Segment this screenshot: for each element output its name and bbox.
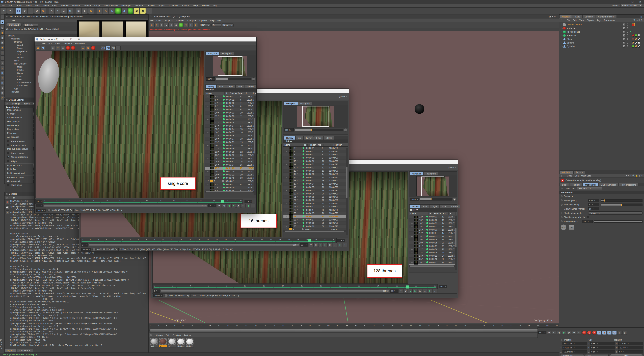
menu-item[interactable]: Edit bbox=[8, 4, 12, 7]
material-preview[interactable] bbox=[186, 338, 194, 345]
thread-counts-slider[interactable] bbox=[594, 220, 642, 223]
tab[interactable]: Filter bbox=[440, 205, 449, 208]
zoom-spinner[interactable]: 100 % bbox=[284, 128, 294, 131]
autokey-button[interactable]: () bbox=[587, 331, 592, 335]
menu-item[interactable]: Materials bbox=[176, 19, 184, 22]
maximize-button[interactable]: ❐ bbox=[628, 0, 636, 4]
current-frame-spinner[interactable]: 27 F bbox=[337, 239, 345, 242]
17 *[interactable]: 17 *00:00:04171280x720 bbox=[409, 232, 457, 235]
panel-grip[interactable] bbox=[36, 42, 38, 45]
lv-picture-icon[interactable]: ▦ bbox=[179, 23, 183, 27]
19 *[interactable]: 19 *00:00:05191280x720 bbox=[284, 189, 348, 192]
visibility-toggle[interactable] bbox=[623, 23, 626, 26]
pv-goto-end-button[interactable]: ⏭ bbox=[333, 243, 337, 247]
camera-icon[interactable]: ◉ bbox=[134, 8, 140, 14]
tab[interactable]: Info bbox=[421, 205, 429, 208]
pv3-frame-scrollbar[interactable]: 30 F▸ bbox=[161, 290, 389, 292]
material-icon[interactable]: ◐ bbox=[146, 8, 152, 14]
object-row[interactable]: └OctaneCamera⠇ bbox=[559, 23, 644, 27]
tab[interactable]: History bbox=[206, 85, 216, 88]
menu-item[interactable]: Script bbox=[193, 4, 198, 7]
dropdown[interactable]: None bbox=[222, 24, 234, 27]
14 *[interactable]: 14 *00:00:03141280x720 bbox=[409, 222, 457, 225]
material-preview[interactable] bbox=[150, 338, 158, 345]
checkbox[interactable] bbox=[7, 144, 10, 146]
tab[interactable]: C.O.F.F.E.E. bbox=[17, 349, 33, 352]
mouse-icon[interactable]: ☷ bbox=[0, 55, 5, 60]
undo-icon[interactable]: ↶ bbox=[1, 8, 7, 14]
object-manager-icons[interactable]: 🔍 ⌂ 👁 ⊞ bbox=[634, 19, 642, 21]
6 *[interactable]: 6 *00:00:0261280x720 bbox=[205, 98, 256, 101]
object-tag[interactable] bbox=[632, 34, 634, 37]
object-tag[interactable] bbox=[638, 42, 640, 44]
menu-item[interactable]: Function bbox=[172, 334, 181, 336]
coordinate-input[interactable]: 21.751 ° bbox=[618, 342, 643, 345]
menu-item[interactable]: Options bbox=[200, 19, 207, 22]
21 *[interactable]: 21 *00:00:07211280x720 bbox=[409, 245, 457, 248]
coord-system-icon[interactable]: ◍ bbox=[68, 8, 73, 14]
23 *[interactable]: 23 *00:00:32231280x720 bbox=[205, 154, 256, 157]
tab[interactable]: Info bbox=[296, 136, 304, 139]
sep[interactable] bbox=[76, 46, 80, 50]
20 *[interactable]: 20 *00:00:06201280x720 bbox=[284, 192, 348, 195]
sep[interactable] bbox=[46, 46, 50, 50]
material-swatch[interactable]: a2 bbox=[168, 338, 176, 347]
checkbox[interactable] bbox=[7, 184, 10, 186]
array-icon[interactable]: ▦ bbox=[0, 91, 5, 95]
navigator-thumbnail[interactable] bbox=[213, 56, 247, 76]
maximize-button[interactable]: ❐ bbox=[68, 37, 75, 42]
convert-icon[interactable]: ⇄ bbox=[0, 15, 5, 20]
environment-icon[interactable]: ▲ bbox=[128, 8, 133, 14]
material-preview-thumbnail[interactable] bbox=[126, 21, 146, 39]
download-button[interactable]: Download bbox=[6, 23, 22, 27]
deformer-icon[interactable]: ◆ bbox=[122, 8, 127, 14]
pv-sound-button[interactable]: ◗ bbox=[343, 243, 347, 247]
12 *[interactable]: 12 *00:00:02121280x720 bbox=[284, 166, 348, 169]
lock-workplane-icon[interactable]: ▤ bbox=[0, 71, 5, 75]
25 *[interactable]: 25 *00:00:47251280x720 bbox=[205, 160, 256, 163]
fullscreen-icon[interactable]: → bbox=[116, 46, 120, 50]
briefcase-icon[interactable]: ▢ bbox=[0, 96, 5, 100]
lv-bulb-icon[interactable]: ✸ bbox=[193, 23, 198, 27]
coordinate-input[interactable]: 63.005 cm bbox=[562, 346, 587, 349]
vertical-scrollbar[interactable] bbox=[455, 216, 457, 270]
user-icon[interactable]: ☻ bbox=[61, 46, 65, 50]
ab-horizontal-icon[interactable]: A|B bbox=[101, 46, 106, 50]
open-icon[interactable]: ⬓ bbox=[36, 46, 40, 50]
tab[interactable]: Filter bbox=[236, 85, 245, 88]
tab[interactable]: Thinlens bbox=[570, 183, 582, 187]
dropdown[interactable]: LDR bbox=[200, 24, 210, 27]
current-frame-spinner[interactable]: 27 F bbox=[244, 200, 252, 203]
visibility-toggle[interactable] bbox=[623, 45, 626, 48]
menu-item[interactable]: File bbox=[12, 197, 16, 199]
film-icon[interactable]: ▥ bbox=[0, 81, 5, 85]
pv-prev-frame-button[interactable]: ◀ bbox=[318, 243, 323, 247]
column-header[interactable]: Render Time bbox=[308, 143, 324, 146]
26 *[interactable]: 26 *00:01:04261280x720 bbox=[205, 163, 256, 166]
11 *[interactable]: 11 *00:00:02111280x720 bbox=[284, 163, 348, 166]
menu-item[interactable]: Mode bbox=[567, 174, 572, 177]
expander-icon[interactable]: ▾ bbox=[12, 63, 14, 65]
column-header[interactable]: Resolution bbox=[252, 92, 256, 95]
checkbox[interactable] bbox=[7, 156, 10, 158]
column-header[interactable]: R bbox=[303, 143, 308, 146]
key-scale-button[interactable]: ▣ bbox=[602, 331, 606, 335]
29 *[interactable]: 29 *00:02:22291280x720 bbox=[205, 173, 256, 176]
8 *[interactable]: 8 *00:00:0281280x720 bbox=[284, 153, 348, 156]
checkbox[interactable] bbox=[7, 140, 10, 142]
panel-grip[interactable] bbox=[561, 339, 562, 341]
size-mode-dropdown[interactable]: Size bbox=[585, 354, 608, 356]
loop2-button[interactable]: ⟳ bbox=[572, 331, 576, 335]
object-tag[interactable] bbox=[638, 45, 640, 48]
render-to-pv-icon[interactable]: ▶ bbox=[82, 8, 88, 14]
12 *[interactable]: 12 *00:00:04121280x720 bbox=[205, 118, 256, 121]
redo-icon[interactable]: ↷ bbox=[7, 8, 13, 14]
menu-item[interactable]: Compare bbox=[63, 42, 72, 45]
main-timeline[interactable]: 0246810121416182022242628303234363840424… bbox=[148, 324, 559, 333]
coordinate-input[interactable]: 0 cm bbox=[590, 350, 615, 353]
folder-icon[interactable] bbox=[289, 228, 292, 230]
8 *[interactable]: 8 *00:00:0281280x720 bbox=[205, 105, 256, 108]
object-tag[interactable] bbox=[635, 45, 637, 48]
tab[interactable]: Navigator bbox=[410, 172, 423, 175]
menu-item[interactable]: Tags bbox=[597, 19, 601, 22]
